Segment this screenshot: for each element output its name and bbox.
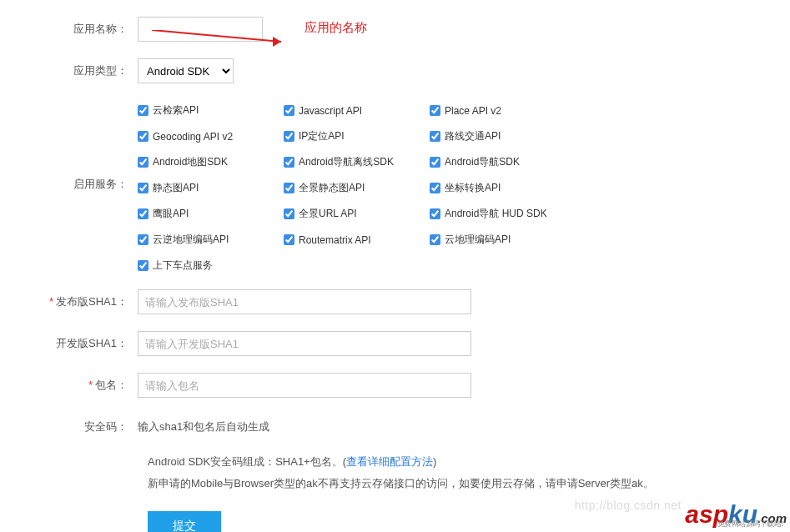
row-app-name: 应用名称： [0,17,790,42]
service-item[interactable]: Android地图SDK [138,155,284,169]
service-checkbox[interactable] [138,260,148,271]
note-line-1: Android SDK安全码组成：SHA1+包名。(查看详细配置方法) [148,451,790,473]
release-sha1-input[interactable] [138,289,471,314]
service-checkbox[interactable] [284,183,294,193]
row-services: 启用服务： 云检索APIJavascript APIPlace API v2Ge… [0,100,790,273]
service-label: Android地图SDK [153,155,228,169]
service-label: 全景静态图API [299,181,365,195]
service-item[interactable]: Android导航SDK [430,155,576,169]
service-label: 全景URL API [299,207,357,221]
service-label: IP定位API [299,129,345,143]
service-item[interactable]: 全景URL API [284,207,430,221]
service-label: 静态图API [153,181,199,195]
service-label: 坐标转换API [445,181,501,195]
notes-block: Android SDK安全码组成：SHA1+包名。(查看详细配置方法) 新申请的… [148,451,790,494]
package-name-input[interactable] [138,373,471,398]
submit-button[interactable]: 提交 [148,511,221,532]
service-item[interactable]: 坐标转换API [430,181,576,195]
service-item[interactable]: Geocoding API v2 [138,129,284,143]
dev-sha1-input[interactable] [138,331,471,356]
label-security-code: 安全码： [0,414,138,434]
service-label: Place API v2 [445,105,501,117]
service-checkbox[interactable] [284,131,294,142]
service-item[interactable]: IP定位API [284,129,430,143]
service-item[interactable]: 路线交通API [430,129,576,143]
label-release-sha1: *发布版SHA1： [0,289,138,309]
service-checkbox[interactable] [138,131,148,142]
service-item[interactable]: 上下车点服务 [138,258,284,273]
service-item[interactable]: 全景静态图API [284,181,430,195]
service-checkbox[interactable] [138,183,148,193]
service-label: Android导航SDK [445,155,520,169]
service-item[interactable]: Android导航 HUD SDK [430,207,576,221]
service-item[interactable]: Place API v2 [430,103,576,118]
label-app-type: 应用类型： [0,58,138,78]
service-checkbox[interactable] [430,234,440,245]
service-checkbox[interactable] [430,131,440,142]
service-checkbox[interactable] [138,234,148,245]
row-security-code: 安全码： 输入sha1和包名后自动生成 [0,414,790,434]
service-checkbox[interactable] [138,105,148,116]
label-dev-sha1: 开发版SHA1： [0,331,138,351]
app-type-select[interactable]: Android SDK [138,58,234,83]
service-label: Routematrix API [299,234,371,246]
note-line-2: 新申请的Mobile与Browser类型的ak不再支持云存储接口的访问，如要使用… [148,473,790,494]
row-release-sha1: *发布版SHA1： [0,289,790,314]
service-checkbox[interactable] [430,157,440,168]
service-label: 路线交通API [445,129,501,143]
service-label: 上下车点服务 [153,258,213,273]
site-logo: aspku.com 免费网站源码下载站! [685,500,787,529]
service-checkbox[interactable] [284,208,294,219]
service-item[interactable]: 静态图API [138,181,284,195]
service-checkbox[interactable] [284,234,294,245]
label-app-name: 应用名称： [0,17,138,37]
service-checkbox[interactable] [430,183,440,193]
service-checkbox[interactable] [284,105,294,116]
service-label: Javascript API [299,105,362,117]
service-item[interactable]: Routematrix API [284,233,430,247]
required-mark: * [88,379,93,391]
service-item[interactable]: Android导航离线SDK [284,155,430,169]
service-checkbox[interactable] [138,208,148,219]
service-label: Android导航离线SDK [299,155,394,169]
service-item[interactable]: 云地理编码API [430,233,576,247]
annotation-text: 应用的名称 [304,20,367,36]
row-dev-sha1: 开发版SHA1： [0,331,790,356]
app-form: 应用名称： 应用类型： Android SDK 启用服务： 云检索APIJava… [0,0,790,532]
service-label: Geocoding API v2 [153,131,233,143]
service-item[interactable]: Javascript API [284,103,430,118]
service-checkbox[interactable] [284,157,294,168]
app-name-input[interactable] [138,17,263,42]
service-checkbox[interactable] [430,208,440,219]
service-item[interactable]: 云逆地理编码API [138,233,284,247]
service-checkbox[interactable] [138,157,148,168]
security-code-hint: 输入sha1和包名后自动生成 [138,414,790,434]
service-label: 云地理编码API [445,233,511,247]
service-label: 鹰眼API [153,207,189,221]
label-package-name: *包名： [0,373,138,393]
row-package-name: *包名： [0,373,790,398]
service-label: 云检索API [153,103,199,118]
label-services: 启用服务： [0,100,138,192]
row-app-type: 应用类型： Android SDK [0,58,790,83]
service-item[interactable]: 鹰眼API [138,207,284,221]
service-item[interactable]: 云检索API [138,103,284,118]
config-detail-link[interactable]: 查看详细配置方法 [346,455,433,468]
required-mark: * [49,295,53,308]
service-checkbox[interactable] [430,105,440,116]
service-label: 云逆地理编码API [153,233,229,247]
services-grid: 云检索APIJavascript APIPlace API v2Geocodin… [138,100,790,273]
service-label: Android导航 HUD SDK [445,207,547,221]
